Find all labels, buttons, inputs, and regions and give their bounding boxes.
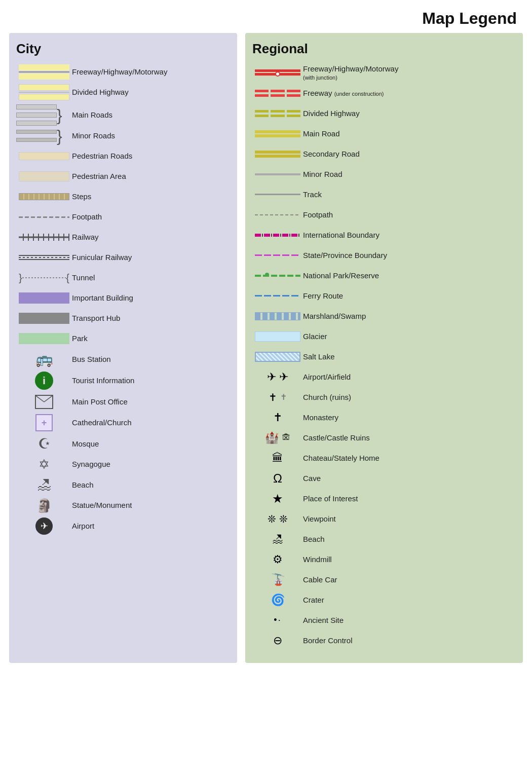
list-item: ⚙ Windmill: [252, 551, 516, 568]
reg-intl-boundary-icon: [255, 234, 300, 237]
item-label: Cave: [303, 473, 321, 484]
list-item: Secondary Road: [252, 146, 516, 162]
item-label: Synagogue: [72, 459, 110, 469]
item-label: Border Control: [303, 636, 353, 646]
list-item: ⊖ Border Control: [252, 633, 516, 649]
list-item: 🏖 Beach: [252, 531, 516, 547]
reg-cable-car-icon: 🚡: [252, 573, 303, 586]
list-item: Divided Highway: [16, 84, 230, 100]
item-label: Main Post Office: [72, 397, 128, 407]
reg-salt-lake-icon: [255, 352, 300, 362]
reg-freeway-icon: [255, 69, 300, 76]
tourist-info-icon: i: [35, 372, 53, 390]
item-label: Place of Interest: [303, 494, 358, 504]
page-title: Map Legend: [0, 0, 532, 33]
statue-icon: 🗿: [36, 498, 52, 513]
list-item: National Park/Reserve: [252, 268, 516, 284]
list-item: 🚡 Cable Car: [252, 572, 516, 588]
reg-natl-park-icon: [255, 273, 300, 279]
list-item: } Minor Roads: [16, 128, 230, 144]
reg-sec-road-icon: [255, 151, 300, 158]
list-item: Marshland/Swamp: [252, 308, 516, 324]
list-item: 🏰🏚 Castle/Castle Ruins: [252, 430, 516, 446]
item-label: Salt Lake: [303, 352, 335, 362]
item-label: Tunnel: [72, 273, 95, 283]
item-label: Funicular Railway: [72, 252, 132, 263]
list-item: ✈ Airport: [16, 517, 230, 535]
item-label: Divided Highway: [303, 108, 360, 119]
item-label: Freeway/Highway/Motorway: [72, 67, 167, 77]
item-label: Ancient Site: [303, 615, 344, 625]
regional-section: Regional Freeway/Highway/Motorway(with j…: [245, 33, 523, 663]
item-label: Chateau/Stately Home: [303, 453, 379, 463]
city-title: City: [16, 41, 230, 57]
reg-airport-icon: ✈✈: [252, 371, 303, 384]
item-label: Freeway (under construction): [303, 88, 384, 98]
list-item: Transport Hub: [16, 310, 230, 326]
list-item: International Boundary: [252, 227, 516, 243]
list-item: Railway: [16, 229, 230, 245]
reg-minor-road-icon: [255, 173, 300, 175]
item-label: Freeway/Highway/Motorway(with junction): [303, 64, 398, 81]
list-item: 🏛 Chateau/Stately Home: [252, 450, 516, 466]
item-label: Transport Hub: [72, 313, 120, 323]
item-label: Beach: [72, 480, 94, 490]
reg-div-hwy-icon: [255, 110, 300, 117]
reg-marsh-icon: [255, 312, 300, 320]
item-label: Minor Roads: [72, 131, 115, 141]
list-item: Ω Cave: [252, 470, 516, 487]
reg-state-boundary-icon: [255, 254, 300, 256]
reg-track-icon: [255, 194, 300, 195]
synagogue-icon: ✡: [39, 457, 50, 472]
list-item: Freeway/Highway/Motorway: [16, 64, 230, 80]
list-item: + Cathedral/Church: [16, 414, 230, 431]
list-item: 🚌 Bus Station: [16, 351, 230, 367]
list-item: ✡ Synagogue: [16, 456, 230, 472]
item-label: Divided Highway: [72, 87, 129, 97]
item-label: Airport: [72, 521, 94, 531]
reg-poi-icon: ★: [252, 492, 303, 506]
list-item: ☪ Mosque: [16, 435, 230, 452]
list-item: Track: [252, 187, 516, 203]
svg-line-0: [36, 396, 44, 402]
list-item: 🌀 Crater: [252, 592, 516, 608]
reg-windmill-icon: ⚙: [252, 553, 303, 566]
list-item: Ferry Route: [252, 288, 516, 304]
list-item: Main Post Office: [16, 394, 230, 410]
svg-line-1: [44, 396, 52, 402]
list-item: Glacier: [252, 328, 516, 345]
item-label: Castle/Castle Ruins: [303, 433, 370, 443]
post-office-icon: [35, 395, 53, 409]
list-item: i Tourist Information: [16, 372, 230, 390]
item-label: Cable Car: [303, 575, 337, 585]
item-label: Airport/Airfield: [303, 372, 351, 382]
item-label: Footpath: [303, 210, 333, 220]
reg-border-control-icon: ⊖: [252, 634, 303, 647]
list-item: ★ Place of Interest: [252, 491, 516, 507]
item-label: Minor Road: [303, 169, 343, 179]
reg-crater-icon: 🌀: [252, 594, 303, 607]
list-item: Freeway/Highway/Motorway(with junction): [252, 64, 516, 81]
list-item: Pedestrian Roads: [16, 148, 230, 164]
list-item: 🗿 Statue/Monument: [16, 497, 230, 513]
list-item: •· Ancient Site: [252, 612, 516, 628]
item-label: Mosque: [72, 439, 99, 449]
item-label: Pedestrian Roads: [72, 151, 132, 161]
item-label: Statue/Monument: [72, 500, 132, 510]
item-label: Glacier: [303, 331, 327, 342]
item-label: International Boundary: [303, 230, 379, 240]
reg-ferry-icon: [255, 295, 300, 297]
list-item: Park: [16, 330, 230, 347]
item-label: Monastery: [303, 413, 338, 423]
list-item: Funicular Railway: [16, 249, 230, 266]
list-item: Footpath: [16, 209, 230, 225]
item-label: Marshland/Swamp: [303, 311, 366, 321]
list-item: Important Building: [16, 290, 230, 306]
list-item: } Main Roads: [16, 104, 230, 126]
item-label: Secondary Road: [303, 149, 360, 159]
list-item: Steps: [16, 189, 230, 205]
reg-main-road-icon: [255, 130, 300, 137]
list-item: ✝ Monastery: [252, 410, 516, 426]
item-label: Track: [303, 190, 322, 200]
item-label: Pedestrian Area: [72, 171, 126, 181]
